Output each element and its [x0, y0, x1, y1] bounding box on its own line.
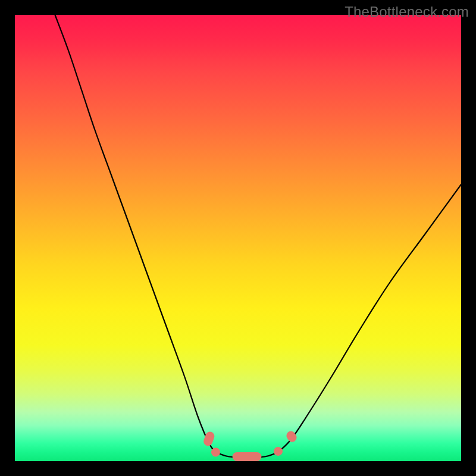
- bottleneck-line: [55, 15, 462, 457]
- bottleneck-curve: [15, 15, 461, 461]
- watermark-text: TheBottleneck.com: [345, 4, 469, 20]
- marker-capsule: [272, 445, 284, 458]
- chart-frame: TheBottleneck.com: [0, 0, 476, 476]
- plot-area: [15, 15, 461, 461]
- marker-capsule: [233, 452, 262, 461]
